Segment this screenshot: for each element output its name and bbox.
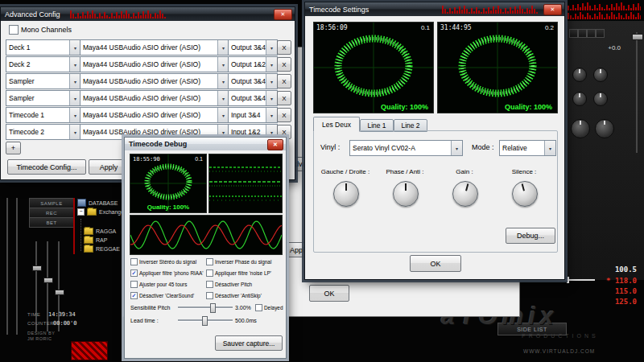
spectrum-waveform-top (565, 2, 641, 10)
riaa-filter-checkbox[interactable]: ✓Appliquer filtre 'phono RIAA' (130, 269, 207, 277)
eq-knob[interactable] (593, 92, 608, 106)
source-select[interactable]: Timecode 1▾ (6, 107, 81, 123)
mixer-fader-thumb[interactable] (32, 265, 42, 271)
close-icon[interactable]: ✕ (267, 139, 283, 150)
timecode-settings-titlebar[interactable]: Timecode Settings ✕ (305, 2, 564, 16)
driver-select[interactable]: Maya44 USBAudio ASIO driver (ASIO)▾ (80, 107, 229, 123)
close-icon[interactable]: ✕ (274, 9, 292, 20)
silence-knob[interactable] (512, 181, 538, 207)
channel-select[interactable]: Output 1&2▾ (228, 56, 278, 72)
mixer-volume-slider[interactable] (636, 32, 638, 153)
timecode-settings-window: Timecode Settings ✕ 18:56:09 0.1 Quality… (304, 2, 565, 280)
close-icon[interactable]: ✕ (543, 4, 562, 15)
left-fader[interactable] (16, 198, 18, 335)
driver-select[interactable]: Maya44 USBAudio ASIO driver (ASIO)▾ (80, 90, 229, 106)
source-select[interactable]: Sampler▾ (6, 90, 81, 106)
window-title: Timecode Debug (129, 140, 187, 148)
collapse-icon[interactable]: − (77, 208, 85, 216)
quality-readout: Quality: 100% (505, 103, 552, 111)
eq-knob[interactable] (572, 68, 587, 82)
pitch-sensitivity-slider[interactable] (178, 303, 233, 311)
lead-time-slider[interactable] (178, 316, 233, 324)
tree-item-ragga[interactable]: RAGGA (84, 228, 116, 235)
ok-button[interactable]: OK (410, 255, 461, 272)
remove-row-button[interactable]: X (277, 108, 291, 122)
debug-button[interactable]: Debug... (506, 228, 555, 244)
gain-knob[interactable] (452, 181, 478, 207)
mixer-fader[interactable] (47, 241, 48, 331)
chevron-down-icon: ▾ (544, 141, 555, 155)
tab-les-deux[interactable]: Les Deux (313, 117, 360, 132)
chevron-down-icon: ▾ (217, 91, 229, 105)
chevron-down-icon: ▾ (217, 57, 229, 72)
vinyl-select[interactable]: Serato Vinyl CV02-A▾ (349, 140, 463, 156)
channel-select[interactable]: Input 3&4▾ (228, 107, 278, 123)
mixer-fader[interactable] (58, 241, 60, 331)
driver-select[interactable]: Maya44 USBAudio ASIO driver (ASIO)▾ (80, 39, 229, 56)
channel-select[interactable]: Output 3&4▾ (228, 39, 278, 56)
disable-antiskip-checkbox[interactable]: Désactiver 'AntiSkip' (206, 292, 283, 299)
balance-knob-label: Gauche / Droite : (316, 168, 375, 175)
bet-button[interactable]: BET (29, 217, 74, 228)
mixer-button[interactable] (596, 29, 605, 38)
chevron-down-icon: ▾ (217, 74, 229, 88)
gain-knob[interactable] (571, 119, 590, 138)
source-select[interactable]: Deck 1▾ (6, 39, 81, 56)
pitch-sensitivity-label: Sensibilité Pitch (130, 305, 170, 311)
mixer-button[interactable] (587, 29, 596, 38)
gain-knob[interactable] (595, 119, 614, 138)
tree-item-label: DATABASE (89, 200, 118, 206)
mono-channels-checkbox[interactable]: Mono Channels (9, 25, 72, 35)
delayed-checkbox[interactable]: Delayed (255, 304, 283, 311)
phase-knob[interactable] (393, 181, 419, 207)
mixer-fader[interactable] (35, 241, 37, 331)
tree-item-database[interactable]: DATABASE (77, 199, 118, 207)
timecode-config-button[interactable]: Timecode Config... (7, 159, 86, 175)
left-fader[interactable] (6, 198, 8, 335)
add-row-button[interactable]: + (6, 142, 21, 154)
remove-row-button[interactable]: X (277, 57, 291, 72)
disable-clearsound-checkbox[interactable]: ✓Désactiver 'ClearSound' (130, 292, 207, 299)
channel-select[interactable]: Output 3&4▾ (228, 73, 278, 89)
database-icon (77, 199, 86, 207)
pitch-fader-thumb[interactable] (567, 277, 569, 283)
mixer-fader-thumb[interactable] (43, 278, 53, 283)
tree-item-exchange[interactable]: − Exchange (77, 208, 124, 216)
titlebar-waveform (70, 10, 167, 19)
timecode-options-group: Vinyl : Serato Vinyl CV02-A▾ Mode : Rela… (313, 130, 558, 253)
driver-select[interactable]: Maya44 USBAudio ASIO driver (ASIO)▾ (80, 73, 229, 89)
timecode-debug-titlebar[interactable]: Timecode Debug ✕ (125, 138, 286, 150)
inverse-phase-checkbox[interactable]: Inverser Phase du signal (206, 258, 283, 265)
remove-row-button[interactable]: X (277, 74, 291, 88)
source-select[interactable]: Sampler▾ (6, 73, 81, 89)
advanced-config-titlebar[interactable]: Advanced Config ✕ (1, 7, 295, 21)
tree-item-reggae[interactable]: REGGAE (84, 245, 120, 253)
remove-row-button[interactable]: X (277, 91, 291, 105)
apply-button[interactable]: Apply (89, 159, 129, 175)
disable-pitch-checkbox[interactable]: Désactiver Pitch (206, 281, 283, 288)
inverse-stereo-checkbox[interactable]: Inverser Stéréo du signal (130, 258, 207, 265)
driver-select[interactable]: Maya44 USBAudio ASIO driver (ASIO)▾ (80, 56, 229, 72)
mixer-button[interactable] (569, 29, 578, 38)
master-gain-readout: +0.0 (588, 44, 621, 51)
remove-row-button[interactable]: X (277, 40, 291, 55)
ok-button-background[interactable]: OK (309, 285, 349, 302)
tree-item-rap[interactable]: RAP (84, 237, 107, 244)
channel-select[interactable]: Output 3&4▾ (228, 90, 278, 106)
source-select[interactable]: Timecode 2▾ (6, 124, 81, 140)
mixer-volume-thumb[interactable] (632, 34, 643, 40)
mode-select[interactable]: Relative▾ (499, 140, 556, 156)
balance-knob[interactable] (333, 181, 359, 207)
ch evron-down-icon: ▾ (217, 108, 229, 122)
mixer-fader-thumb[interactable] (55, 290, 64, 295)
adjust-45rpm-checkbox[interactable]: Ajuster pour 45 tours (130, 281, 207, 288)
noise-lp-filter-checkbox[interactable]: Appliquer filtre 'noise LP' (206, 269, 283, 277)
save-capture-button[interactable]: Sauver capture... (215, 335, 283, 351)
mixer-button[interactable] (578, 29, 587, 38)
eq-knob[interactable] (572, 92, 587, 106)
source-select[interactable]: Deck 2▾ (6, 56, 81, 72)
browser-scrollbar[interactable] (73, 198, 75, 254)
eq-knob[interactable] (593, 68, 608, 82)
counter-value: 00:00'0 (53, 320, 77, 327)
chevron-down-icon: ▾ (266, 91, 277, 105)
